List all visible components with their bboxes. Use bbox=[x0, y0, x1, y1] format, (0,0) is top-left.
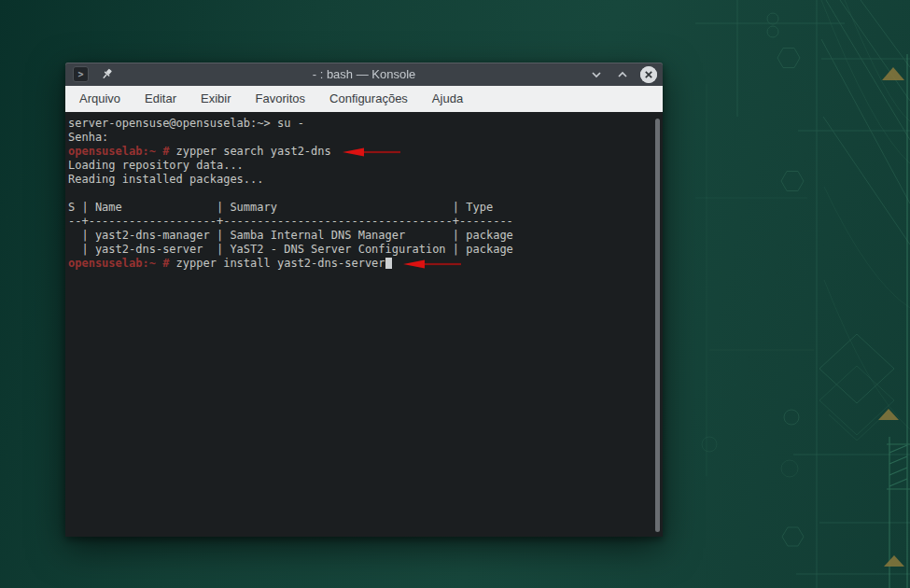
menu-arquivo[interactable]: Arquivo bbox=[67, 86, 133, 112]
menu-editar[interactable]: Editar bbox=[133, 86, 189, 112]
terminal-line: Reading installed packages... bbox=[68, 173, 650, 187]
close-button[interactable] bbox=[640, 66, 657, 83]
terminal-line: | yast2-dns-manager | Samba Internal DNS… bbox=[68, 229, 650, 243]
terminal-text: S | Name | Summary | Type bbox=[68, 201, 493, 214]
maximize-button[interactable] bbox=[614, 66, 631, 83]
terminal-line: opensuselab:~ # zypper install yast2-dns… bbox=[68, 257, 650, 271]
terminal-line: | yast2-dns-server | YaST2 - DNS Server … bbox=[68, 243, 650, 257]
window-title: - : bash — Konsole bbox=[65, 67, 663, 81]
terminal-text: --+-------------------+-----------------… bbox=[68, 215, 513, 228]
konsole-window: > - : bash — Konsole bbox=[65, 63, 663, 537]
titlebar[interactable]: > - : bash — Konsole bbox=[65, 63, 663, 86]
terminal-text: zypper install yast2-dns-server bbox=[169, 257, 385, 270]
terminal-output: server-opensuse@opensuselab:~> su -Senha… bbox=[68, 117, 650, 271]
pin-icon[interactable] bbox=[99, 67, 114, 82]
terminal-text: Senha: bbox=[68, 131, 108, 144]
terminal-viewport[interactable]: server-opensuse@opensuselab:~> su -Senha… bbox=[65, 112, 663, 537]
terminal-cursor bbox=[385, 258, 392, 269]
shell-prompt: opensuselab:~ # bbox=[68, 145, 169, 158]
annotation-arrow-icon bbox=[343, 147, 400, 157]
terminal-text: | yast2-dns-server | YaST2 - DNS Server … bbox=[68, 243, 513, 256]
terminal-line: server-opensuse@opensuselab:~> su - bbox=[68, 117, 650, 131]
menu-configuracoes[interactable]: Configurações bbox=[317, 86, 420, 112]
terminal-text: | yast2-dns-manager | Samba Internal DNS… bbox=[68, 229, 513, 242]
terminal-text: server-opensuse@opensuselab:~> su - bbox=[68, 117, 304, 130]
shell-prompt: opensuselab:~ # bbox=[68, 257, 169, 270]
terminal-text: Loading repository data... bbox=[68, 159, 244, 172]
terminal-line: opensuselab:~ # zypper search yast2-dns bbox=[68, 145, 650, 159]
scrollbar-thumb[interactable] bbox=[655, 119, 660, 532]
terminal-text: zypper search yast2-dns bbox=[169, 145, 330, 158]
menu-favoritos[interactable]: Favoritos bbox=[244, 86, 317, 112]
annotation-arrow-icon bbox=[403, 259, 461, 269]
konsole-app-icon[interactable]: > bbox=[73, 66, 89, 82]
terminal-line: Senha: bbox=[68, 131, 650, 145]
terminal-text bbox=[68, 187, 75, 200]
minimize-button[interactable] bbox=[588, 66, 605, 83]
menu-exibir[interactable]: Exibir bbox=[189, 86, 244, 112]
terminal-line: Loading repository data... bbox=[68, 159, 650, 173]
terminal-line: S | Name | Summary | Type bbox=[68, 201, 650, 215]
terminal-line: --+-------------------+-----------------… bbox=[68, 215, 650, 229]
menu-ajuda[interactable]: Ajuda bbox=[420, 86, 475, 112]
terminal-text: Reading installed packages... bbox=[68, 173, 264, 186]
menubar: Arquivo Editar Exibir Favoritos Configur… bbox=[65, 86, 663, 112]
terminal-line bbox=[68, 187, 650, 201]
